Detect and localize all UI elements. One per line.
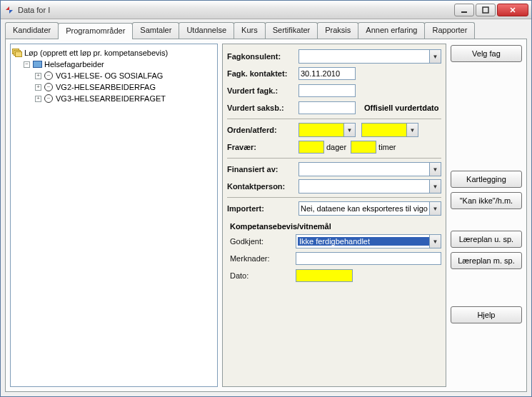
right-button-panel: Velg fag Kartlegging "Kan ikke"/h.m. Lær… <box>451 44 522 387</box>
stack-icon <box>12 48 22 58</box>
kompetansebevis-heading: Kompetansebevis/vitnemål <box>227 222 441 231</box>
chevron-down-icon: ▼ <box>343 124 355 136</box>
velg-fag-button[interactable]: Velg fag <box>451 45 522 62</box>
app-icon <box>4 4 15 16</box>
chevron-down-icon: ▼ <box>429 180 441 193</box>
tree-root-label: Løp (opprett ett løp pr. kompetansebevis… <box>24 47 168 59</box>
tab-samtaler[interactable]: Samtaler <box>132 22 179 39</box>
tab-annen-erfaring[interactable]: Annen erfaring <box>358 22 425 39</box>
label-timer: timer <box>378 143 396 151</box>
expand-icon[interactable]: + <box>35 84 41 91</box>
label-kontaktperson: Kontaktperson: <box>227 182 298 191</box>
merknader-input[interactable] <box>296 252 441 265</box>
window-controls <box>454 4 528 16</box>
tree-root-row[interactable]: Løp (opprett ett løp pr. kompetansebevis… <box>12 47 216 59</box>
tree-item-label: Helsefagarbeider <box>44 59 104 70</box>
svg-marker-0 <box>6 6 9 10</box>
tree-item-vg3[interactable]: + ·· VG3-HELSEARBEIDERFAGET <box>35 93 216 104</box>
kontaktperson-combo[interactable]: ▼ <box>298 179 441 194</box>
label-offisiell: Offisiell vurdertdato <box>364 104 439 112</box>
label-vurdert-fagk: Vurdert fagk.: <box>227 86 298 95</box>
orden-combo-1[interactable]: ▼ <box>298 123 356 137</box>
dato-input[interactable] <box>296 269 353 282</box>
tree-panel[interactable]: Løp (opprett ett løp pr. kompetansebevis… <box>10 44 218 387</box>
divider <box>227 158 441 159</box>
kartlegging-button[interactable]: Kartlegging <box>451 171 522 188</box>
fagk-kontaktet-input[interactable] <box>298 67 356 80</box>
hjelp-button[interactable]: Hjelp <box>451 306 522 323</box>
expand-icon[interactable]: + <box>35 96 41 102</box>
chevron-down-icon: ▼ <box>429 163 441 176</box>
tab-utdannelse[interactable]: Utdannelse <box>179 22 234 39</box>
chevron-down-icon: ▼ <box>429 202 441 215</box>
face-icon: ·· <box>44 94 54 104</box>
tab-sertifikater[interactable]: Sertifikater <box>265 22 318 39</box>
vurdert-fagk-input[interactable] <box>298 84 356 97</box>
orden-combo-2[interactable]: ▼ <box>361 123 418 137</box>
godkjent-combo[interactable]: Ikke ferdigbehandlet ▼ <box>296 234 441 248</box>
svg-rect-2 <box>461 11 467 13</box>
app-window: Data for I Kandidater Programområder Sam… <box>0 0 532 397</box>
label-fagkonsulent: Fagkonsulent: <box>227 52 298 61</box>
divider <box>227 119 441 119</box>
folder-icon <box>32 59 42 69</box>
tree-item-vg1[interactable]: + ·· VG1-HELSE- OG SOSIALFAG <box>35 70 216 81</box>
importert-combo[interactable]: Nei, dataene kan eksporteres til vigo ▼ <box>298 201 441 216</box>
svg-marker-1 <box>9 10 13 14</box>
label-fagk-kontaktet: Fagk. kontaktet: <box>227 69 298 78</box>
tab-rapporter[interactable]: Rapporter <box>424 22 475 39</box>
window-title: Data for I <box>18 6 454 14</box>
combo-text: Ikke ferdigbehandlet <box>298 237 439 246</box>
svg-rect-3 <box>483 7 488 13</box>
vurdert-saksb-input[interactable] <box>298 101 356 114</box>
tab-kandidater[interactable]: Kandidater <box>5 22 59 39</box>
label-dato: Dato: <box>230 271 296 280</box>
label-dager: dager <box>326 143 346 151</box>
combo-text: Nei, dataene kan eksporteres til vigo <box>301 204 439 213</box>
tab-bar: Kandidater Programområder Samtaler Utdan… <box>1 19 531 39</box>
tree-item-label: VG2-HELSEARBEIDERFAG <box>56 81 156 93</box>
collapse-icon[interactable]: − <box>24 61 30 68</box>
divider <box>227 197 441 198</box>
label-finansiert: Finansiert av: <box>227 165 298 174</box>
kan-ikke-button[interactable]: "Kan ikke"/h.m. <box>451 192 522 209</box>
minimize-button[interactable] <box>454 4 474 16</box>
label-merknader: Merknader: <box>230 254 296 263</box>
tab-kurs[interactable]: Kurs <box>234 22 266 39</box>
tree-item-helsefagarbeider[interactable]: − Helsefagarbeider <box>24 59 216 70</box>
fravaer-dager-input[interactable] <box>298 141 324 154</box>
label-fravaer: Fravær: <box>227 143 298 151</box>
maximize-button[interactable] <box>476 4 496 16</box>
face-icon: ·· <box>44 82 54 92</box>
laereplan-u-button[interactable]: Læreplan u. sp. <box>451 231 522 248</box>
label-vurdert-saksb: Vurdert saksb.: <box>227 104 298 112</box>
label-orden: Orden/atferd: <box>227 126 298 134</box>
chevron-down-icon: ▼ <box>429 50 441 63</box>
finansiert-combo[interactable]: ▼ <box>298 162 441 176</box>
expand-icon[interactable]: + <box>35 73 41 79</box>
tab-praksis[interactable]: Praksis <box>317 22 358 39</box>
form-panel: Fagkonsulent: ▼ Fagk. kontaktet: Vurdert… <box>222 44 446 387</box>
fravaer-timer-input[interactable] <box>351 141 376 154</box>
label-godkjent: Godkjent: <box>230 237 296 246</box>
tree-item-vg2[interactable]: + ·· VG2-HELSEARBEIDERFAG <box>35 81 216 93</box>
face-icon: ·· <box>44 71 54 81</box>
titlebar: Data for I <box>1 1 531 19</box>
tab-programomrader[interactable]: Programområder <box>58 23 133 39</box>
fagkonsulent-combo[interactable]: ▼ <box>298 49 441 64</box>
laereplan-m-button[interactable]: Læreplan m. sp. <box>451 252 522 269</box>
tree-item-label: VG3-HELSEARBEIDERFAGET <box>56 93 166 104</box>
tab-page: Løp (opprett ett løp pr. kompetansebevis… <box>5 39 527 392</box>
label-importert: Importert: <box>227 204 298 213</box>
chevron-down-icon: ▼ <box>406 124 418 136</box>
tree-item-label: VG1-HELSE- OG SOSIALFAG <box>56 70 163 81</box>
close-button[interactable] <box>497 4 528 16</box>
chevron-down-icon: ▼ <box>429 235 441 248</box>
